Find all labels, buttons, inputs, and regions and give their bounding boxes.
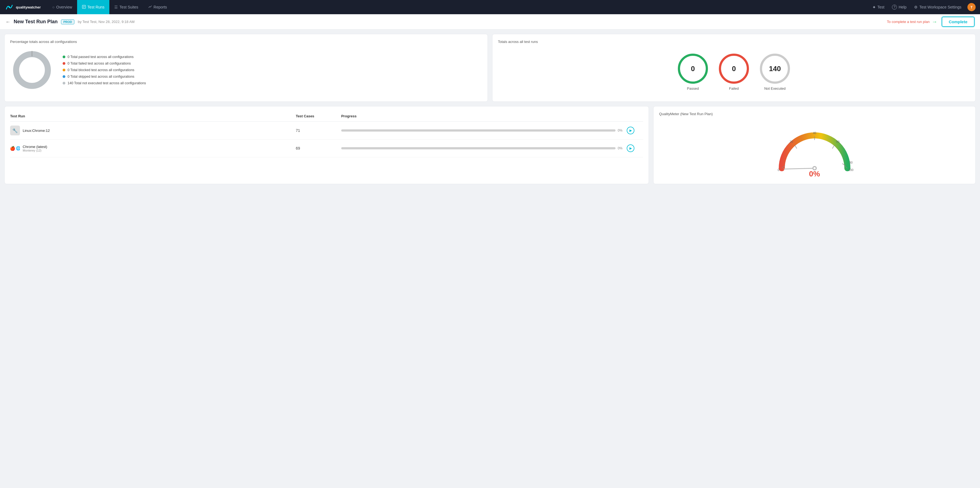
svg-text:80: 80 [849,161,853,164]
test-cases-linux: 71 [296,128,337,133]
run-info-chrome: Chrome (latest) Monterey (12) [23,145,47,152]
legend-items: 0 Total passed test across all configura… [63,55,482,85]
chart-area: 0 Total passed test across all configura… [10,48,482,92]
donut-chart [10,48,54,92]
nav-settings-label: Test Workspace Settings [919,5,961,9]
legend-text-failed: 0 Total failed test across all configura… [68,62,131,65]
gauge-container: 0 20 40 60 80 100 0% [659,120,970,179]
svg-text:20: 20 [790,140,793,144]
svg-line-8 [795,145,797,148]
nav-item-test-suites[interactable]: ☰ Test Suites [110,0,143,14]
legend-dot-blocked [63,69,65,72]
nav-help-label: Help [899,5,907,9]
main-content-bottom: Test Run Test Cases Progress 🔧 Linux:Chr… [0,106,980,188]
col-action [627,114,643,118]
progress-pct-chrome: 0% [618,146,622,150]
circle-stat-passed: 0 Passed [678,54,708,91]
legend-item-not-executed: 140 Total not executed test across all c… [63,81,482,85]
test-snowflake-icon: ✦ [872,5,876,10]
circle-label-failed: Failed [729,86,738,91]
nav-settings-item[interactable]: ⚙ Test Workspace Settings [910,0,965,14]
circle-label-passed: Passed [687,86,698,91]
circle-ring-not-executed: 140 [760,54,790,84]
run-sub-chrome: Monterey (12) [23,149,47,152]
svg-line-19 [784,168,815,169]
progress-bar-bg-linux [341,129,616,132]
nav-right: ✦ Test ? Help ⚙ Test Workspace Settings … [869,0,975,14]
legend-text-skipped: 0 Total skipped test across all configur… [68,75,134,78]
col-progress: Progress [341,114,623,118]
progress-wrap-chrome: 0% [341,146,623,150]
gauge-percentage: 0% [809,170,820,179]
linux-icon: 🔧 [11,126,19,135]
main-content-top: Percentage totals across all configurati… [0,30,980,106]
arrow-right-icon: → [932,19,937,25]
col-test-run: Test Run [10,114,291,118]
play-button-linux[interactable]: ▶ [627,127,635,134]
legend-item-skipped: 0 Total skipped test across all configur… [63,75,482,78]
quality-meter-title: QualityMeter (New Test Run Plan) [659,112,970,116]
legend-dot-skipped [63,75,65,78]
circle-label-not-executed: Not Executed [764,86,786,91]
help-icon: ? [892,5,897,10]
gauge-svg: 0 20 40 60 80 100 [773,123,856,175]
legend-item-passed: 0 Total passed test across all configura… [63,55,482,59]
play-button-chrome[interactable]: ▶ [627,144,635,152]
progress-pct-linux: 0% [618,129,622,132]
legend-text-passed: 0 Total passed test across all configura… [68,55,134,59]
complete-hint-text: To complete a test run plan → [887,19,937,25]
percentage-card-title: Percentage totals across all configurati… [10,40,482,44]
circle-stat-failed: 0 Failed [719,54,749,91]
brand-logo-area[interactable]: qualitywatcher [5,2,41,12]
circle-num-not-executed: 140 [769,65,781,72]
back-button[interactable]: ← [5,19,10,24]
legend-dot-not-executed [63,82,65,85]
totals-circles: 0 Passed 0 Failed 140 Not Executed [498,48,970,96]
nav-item-test-runs[interactable]: Test Runs [77,0,110,14]
run-name-cell-linux: 🔧 Linux:Chrome:12 [10,126,291,136]
page-meta: by Test Test, Nov 28, 2022, 9:18 AM [78,20,135,24]
svg-point-3 [16,54,48,86]
svg-text:40: 40 [813,131,816,135]
nav-test-item[interactable]: ✦ Test [869,0,888,14]
donut-svg [10,48,54,92]
legend-text-blocked: 0 Total blocked test across all configur… [68,68,134,72]
reports-icon [148,5,152,10]
test-cases-chrome: 69 [296,146,337,150]
totals-card: Totals across all test runs 0 Passed 0 F… [492,34,975,102]
brand-logo-icon [5,2,14,12]
circle-stat-not-executed: 140 Not Executed [760,54,790,91]
legend-dot-failed [63,62,65,65]
progress-wrap-linux: 0% [341,129,623,132]
complete-button[interactable]: Complete [942,17,975,27]
nav-label-test-suites: Test Suites [119,5,138,9]
svg-text:100: 100 [848,168,853,172]
test-suites-icon: ☰ [114,5,118,9]
header-right: To complete a test run plan → Complete [887,17,975,27]
svg-text:60: 60 [836,140,840,144]
nav-test-label: Test [877,5,885,9]
quality-meter-card: QualityMeter (New Test Run Plan) [653,106,975,184]
svg-text:0: 0 [778,168,779,172]
overview-icon: ○ [52,5,54,9]
run-info-linux: Linux:Chrome:12 [23,129,50,133]
table-row: 🍎🌐 Chrome (latest) Monterey (12) 69 0% ▶ [10,139,643,157]
test-runs-card: Test Run Test Cases Progress 🔧 Linux:Chr… [5,106,649,184]
nav-item-overview[interactable]: ○ Overview [47,0,77,14]
nav-label-overview: Overview [56,5,72,9]
brand-name: qualitywatcher [16,5,41,9]
svg-line-10 [832,145,834,148]
legend-dot-passed [63,56,65,58]
nav-item-reports[interactable]: Reports [143,0,172,14]
settings-icon: ⚙ [914,5,918,9]
legend-text-not-executed: 140 Total not executed test across all c… [68,81,146,85]
avatar[interactable]: T [967,3,975,11]
circle-num-failed: 0 [732,65,736,72]
page-title: New Test Run Plan [14,19,58,25]
nav-items: ○ Overview Test Runs ☰ Test Suites Repor… [47,0,869,14]
run-icon-linux: 🔧 [10,126,20,136]
complete-hint-label: To complete a test run plan [887,20,930,24]
nav-help-item[interactable]: ? Help [888,0,910,14]
run-icon-chrome: 🍎🌐 [10,144,20,153]
svg-point-21 [813,167,816,169]
